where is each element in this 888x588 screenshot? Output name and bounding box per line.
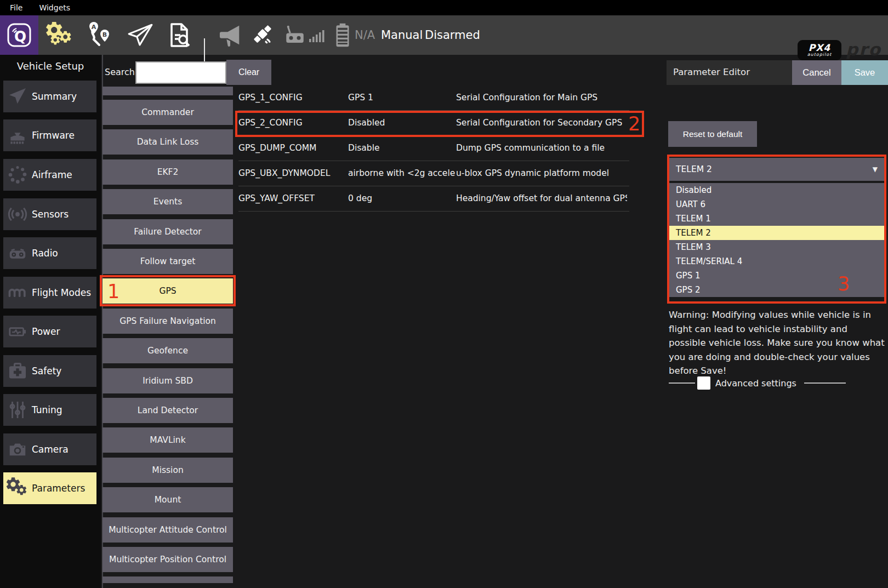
advanced-settings-checkbox[interactable]: [697, 376, 710, 390]
parameter-editor-title: Parameter Editor: [673, 67, 750, 77]
rc-transmitter-icon: [283, 24, 306, 47]
paper-plane-icon: [125, 21, 156, 49]
group-item-follow-target[interactable]: Follow target: [103, 249, 233, 274]
sidebar-item-airframe[interactable]: Airframe: [3, 159, 96, 191]
advanced-settings-label: Advanced settings: [715, 378, 796, 389]
dropdown-option-uart6[interactable]: UART 6: [669, 197, 884, 212]
group-item-ekf2[interactable]: EKF2: [103, 159, 233, 185]
dropdown-option-telem2[interactable]: TELEM 2: [669, 226, 884, 240]
group-item-mount[interactable]: Mount: [103, 487, 233, 512]
dropdown-option-gps1[interactable]: GPS 1: [669, 269, 884, 283]
sensors-signal-icon: [3, 204, 32, 224]
group-item-multicopter-attitude-control[interactable]: Multicopter Attitude Control: [103, 517, 233, 543]
safety-case-icon: [3, 361, 32, 381]
battery-status-button[interactable]: [331, 15, 354, 55]
group-item-gps-failure-navigation[interactable]: GPS Failure Navigation: [103, 309, 233, 334]
power-battery-icon: [3, 322, 32, 341]
gears-icon: [45, 22, 75, 48]
camera-icon: [3, 439, 32, 459]
flight-mode-indicator[interactable]: Manual: [381, 15, 423, 55]
chevron-down-icon: ▼: [873, 165, 878, 173]
vehicle-setup-mode-button[interactable]: [41, 15, 78, 55]
dropdown-selected-value: TELEM 2: [669, 164, 712, 174]
main-toolbar: Q A: [0, 15, 888, 55]
log-document-icon: [166, 21, 192, 49]
dropdown-option-telem3[interactable]: TELEM 3: [669, 240, 884, 254]
svg-text:A: A: [92, 24, 96, 31]
analyze-mode-button[interactable]: [161, 15, 197, 55]
tuning-sliders-icon: [3, 399, 32, 421]
airframe-dots-icon: [3, 164, 32, 185]
sidebar-item-radio[interactable]: Radio: [3, 237, 96, 269]
sidebar-title: Vehicle Setup: [0, 60, 101, 72]
plan-waypoints-icon: A B: [86, 21, 115, 49]
advanced-divider-right: [804, 383, 846, 384]
sidebar-item-sensors[interactable]: Sensors: [3, 198, 96, 230]
megaphone-icon: [218, 24, 243, 47]
search-input[interactable]: [135, 61, 226, 84]
dropdown-option-gps2[interactable]: GPS 2: [669, 283, 884, 297]
dropdown-option-telem1[interactable]: TELEM 1: [669, 212, 884, 226]
group-item-mavlink[interactable]: MAVLink: [103, 427, 233, 453]
armed-state-indicator[interactable]: Disarmed: [425, 15, 480, 55]
dropdown-option-telem-serial4[interactable]: TELEM/SERIAL 4: [669, 254, 884, 269]
cancel-button[interactable]: Cancel: [792, 60, 841, 85]
battery-percent-label: N/A: [355, 15, 375, 55]
group-item-partial-bottom[interactable]: [103, 576, 233, 583]
sidebar-item-power[interactable]: Power: [3, 316, 96, 347]
plan-mode-button[interactable]: A B: [81, 15, 119, 55]
annotation-number-2: 2: [628, 113, 640, 135]
reset-to-default-button[interactable]: Reset to default: [668, 121, 757, 147]
search-label: Search:: [105, 67, 138, 77]
value-dropdown[interactable]: TELEM 2 ▼: [669, 158, 884, 181]
group-item-multicopter-position-control[interactable]: Multicopter Position Control: [103, 547, 233, 572]
menu-bar: File Widgets: [0, 0, 888, 15]
satellite-icon: [250, 22, 275, 48]
group-item-data-link-loss[interactable]: Data Link Loss: [103, 129, 233, 155]
group-item-partial-top[interactable]: Camera trigger: [103, 87, 233, 95]
group-item-iridium-sbd[interactable]: Iridium SBD: [103, 368, 233, 393]
rc-rssi-button[interactable]: [282, 15, 308, 55]
sidebar-item-camera[interactable]: Camera: [3, 433, 96, 465]
flight-modes-wave-icon: [3, 283, 32, 302]
sidebar-item-firmware[interactable]: Firmware: [3, 119, 96, 151]
group-item-failure-detector[interactable]: Failure Detector: [103, 219, 233, 244]
battery-icon: [333, 22, 352, 48]
param-row-gps-yaw-offset[interactable]: GPS_YAW_OFFSET 0 deg Heading/Yaw offset …: [238, 186, 629, 212]
param-row-gps-dump-comm[interactable]: GPS_DUMP_COMM Disable Dump GPS communica…: [238, 136, 629, 161]
sidebar-item-flight-modes[interactable]: Flight Modes: [3, 277, 96, 309]
dropdown-option-list: Disabled UART 6 TELEM 1 TELEM 2 TELEM 3 …: [669, 183, 884, 297]
clear-search-button[interactable]: Clear: [226, 60, 271, 85]
group-item-commander[interactable]: Commander: [103, 100, 233, 125]
sidebar-item-summary[interactable]: Summary: [3, 81, 96, 112]
parameters-gears-icon: [3, 477, 32, 499]
warning-text: Warning: Modifying values while vehicle …: [669, 308, 887, 378]
px4-logo: PX4 autopilot: [798, 40, 841, 60]
qgc-logo-icon: Q: [5, 21, 33, 49]
menu-file[interactable]: File: [5, 3, 27, 12]
param-row-gps-1-config[interactable]: GPS_1_CONFIG GPS 1 Serial Configuration …: [238, 85, 629, 111]
param-row-gps-2-config[interactable]: GPS_2_CONFIG Disabled Serial Configurati…: [238, 111, 629, 136]
qgroundcontrol-window: File Widgets Q: [0, 0, 888, 588]
save-button[interactable]: Save: [841, 60, 888, 85]
dropdown-option-disabled[interactable]: Disabled: [669, 183, 884, 197]
radio-transmitter-icon: [3, 243, 32, 263]
param-row-gps-ubx-dynmodel[interactable]: GPS_UBX_DYNMODEL airborne with <2g accel…: [238, 161, 629, 186]
sidebar-item-parameters[interactable]: Parameters: [3, 472, 96, 504]
qgc-home-button[interactable]: Q: [0, 15, 38, 55]
signal-bars-icon[interactable]: [307, 15, 327, 55]
group-item-mission[interactable]: Mission: [103, 458, 233, 483]
advanced-divider-left: [669, 383, 695, 384]
sidebar-item-safety[interactable]: Safety: [3, 355, 96, 387]
toolbar-divider: [204, 38, 205, 62]
group-item-gps[interactable]: GPS: [103, 278, 233, 304]
group-item-land-detector[interactable]: Land Detector: [103, 398, 233, 423]
sidebar-item-tuning[interactable]: Tuning: [3, 394, 96, 426]
vehicle-messages-button[interactable]: [215, 15, 247, 55]
fly-mode-button[interactable]: [122, 15, 159, 55]
group-item-events[interactable]: Events: [103, 189, 233, 214]
firmware-download-icon: [3, 125, 32, 146]
menu-widgets[interactable]: Widgets: [35, 3, 75, 12]
group-item-geofence[interactable]: Geofence: [103, 338, 233, 363]
gps-status-button[interactable]: [248, 15, 277, 55]
